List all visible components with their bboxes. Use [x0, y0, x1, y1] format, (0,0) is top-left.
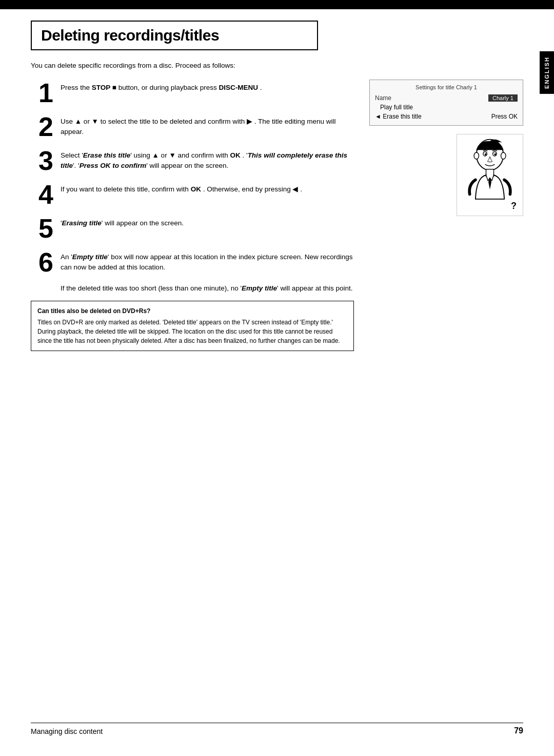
- step-number-6: 6: [31, 249, 53, 276]
- step-number-4: 4: [31, 181, 53, 208]
- step-3: 3 Select 'Erase this title' using ▲ or ▼…: [31, 147, 354, 174]
- top-bar: [0, 0, 554, 9]
- info-box-title: Can titles also be deleted on DVD+Rs?: [37, 306, 347, 316]
- svg-point-6: [501, 152, 506, 159]
- section-label: Managing disc content: [31, 727, 103, 735]
- svg-point-5: [474, 152, 479, 159]
- step-content-2: Use ▲ or ▼ to select the title to be del…: [61, 113, 354, 138]
- step-6: 6 An 'Empty title' box will now appear a…: [31, 249, 354, 294]
- screen-row-name: Name Charly 1: [375, 93, 518, 103]
- info-box: Can titles also be deleted on DVD+Rs? Ti…: [31, 301, 354, 351]
- step-number-2: 2: [31, 113, 53, 140]
- page-number: 79: [514, 726, 523, 735]
- step-content-1: Press the STOP ■ button, or during playb…: [61, 80, 354, 93]
- step-number-1: 1: [31, 80, 53, 106]
- bottom-bar: Managing disc content 79: [31, 723, 523, 735]
- step-5: 5 'Erasing title' will appear on the scr…: [31, 215, 354, 242]
- screen-title: Settings for title Charly 1: [375, 84, 518, 90]
- step-number-5: 5: [31, 215, 53, 242]
- step-content-4: If you want to delete this title, confir…: [61, 181, 354, 195]
- intro-text: You can delete specific recordings from …: [31, 62, 523, 69]
- step-4: 4 If you want to delete this title, conf…: [31, 181, 354, 208]
- step-content-3: Select 'Erase this title' using ▲ or ▼ a…: [61, 147, 354, 171]
- screen-name-value: Charly 1: [488, 94, 518, 102]
- character-illustration: ?: [457, 134, 523, 216]
- screen-play-full: Play full title: [375, 103, 518, 112]
- main-content: Deleting recordings/titles You can delet…: [31, 21, 523, 725]
- page-title-box: Deleting recordings/titles: [31, 21, 318, 50]
- steps-right: Settings for title Charly 1 Name Charly …: [369, 80, 523, 351]
- screen-erase-value: Press OK: [491, 113, 518, 120]
- step-number-3: 3: [31, 147, 53, 174]
- screen-erase-label: ◄ Erase this title: [375, 113, 422, 120]
- steps-section: 1 Press the STOP ■ button, or during pla…: [31, 80, 523, 351]
- step-content-5: 'Erasing title' will appear on the scree…: [61, 215, 354, 228]
- steps-left: 1 Press the STOP ■ button, or during pla…: [31, 80, 354, 351]
- svg-point-3: [485, 153, 487, 156]
- svg-rect-7: [486, 169, 494, 176]
- step-2: 2 Use ▲ or ▼ to select the title to be d…: [31, 113, 354, 140]
- language-label: ENGLISH: [544, 56, 550, 89]
- info-box-text: Titles on DVD+R are only marked as delet…: [37, 318, 347, 345]
- screen-name-label: Name: [375, 94, 391, 102]
- page-title: Deleting recordings/titles: [41, 27, 308, 44]
- svg-point-4: [494, 153, 496, 156]
- step-content-6: An 'Empty title' box will now appear at …: [61, 249, 354, 294]
- screen-box: Settings for title Charly 1 Name Charly …: [369, 80, 523, 126]
- screen-erase-row: ◄ Erase this title Press OK: [375, 112, 518, 121]
- step-1: 1 Press the STOP ■ button, or during pla…: [31, 80, 354, 106]
- language-tab: ENGLISH: [540, 51, 554, 94]
- question-mark: ?: [511, 201, 517, 211]
